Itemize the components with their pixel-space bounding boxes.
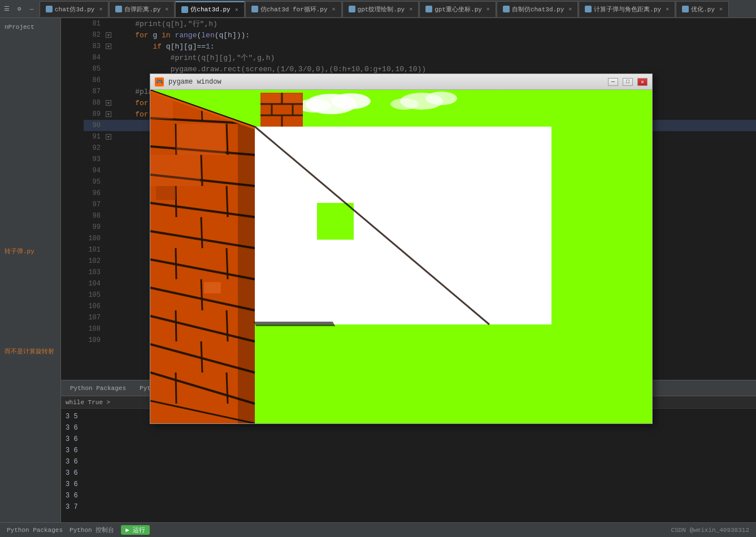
tab-gptzuobiao[interactable]: gpt重心坐标.py ✕ xyxy=(419,1,496,17)
svg-line-35 xyxy=(176,248,176,279)
tab-jisuanjuli[interactable]: 计算子弹与角色距离.py ✕ xyxy=(579,1,675,17)
svg-point-5 xyxy=(390,98,419,110)
tab-zifang[interactable]: 自制仿chat3d.py ✕ xyxy=(497,1,578,17)
svg-rect-48 xyxy=(156,186,176,200)
svg-line-34 xyxy=(201,217,202,248)
svg-rect-46 xyxy=(150,155,200,186)
settings-icon[interactable]: ⚙ xyxy=(15,5,24,14)
svg-line-42 xyxy=(227,373,228,404)
tab-icon xyxy=(503,6,510,12)
tab-close[interactable]: ✕ xyxy=(99,6,102,12)
code-line-84: 84 #print(q[h][g],"个",g,h) xyxy=(84,52,756,63)
menu-icon[interactable]: ☰ xyxy=(2,5,11,14)
pygame-maximize-btn[interactable]: □ xyxy=(623,78,633,86)
sidebar-title: nProject xyxy=(2,23,58,32)
svg-line-33 xyxy=(227,186,228,217)
console-line: 3 6 xyxy=(66,479,751,490)
code-line-85: 85 pygame.draw.rect(screen,(1/0,3/0,0),(… xyxy=(84,63,756,75)
brick-wall-left xyxy=(150,90,255,423)
status-console[interactable]: Python 控制台 xyxy=(69,526,114,534)
tab-python-packages[interactable]: Python Packages xyxy=(66,384,131,393)
green-square xyxy=(317,203,354,240)
sidebar-item-zitangju[interactable]: 转子弹.py xyxy=(2,246,58,256)
svg-line-36 xyxy=(227,248,228,279)
tab-fangfor[interactable]: 仿chat3d for循环.py ✕ xyxy=(245,1,342,17)
svg-rect-13 xyxy=(262,94,280,103)
console-content: 3 5 3 6 3 6 3 6 3 6 3 6 3 6 3 6 3 7 xyxy=(61,409,756,515)
tab-youhua[interactable]: 优化.py ✕ xyxy=(676,1,729,17)
console-line: 3 6 xyxy=(66,434,751,445)
pygame-icon: 🎮 xyxy=(155,77,164,86)
pygame-title: pygame window xyxy=(168,78,603,86)
svg-line-41 xyxy=(176,373,176,404)
svg-rect-44 xyxy=(202,90,253,119)
svg-point-1 xyxy=(331,93,371,109)
tab-close[interactable]: ✕ xyxy=(666,6,669,12)
tab-close[interactable]: ✕ xyxy=(332,6,336,12)
floor-shadow xyxy=(254,322,336,326)
svg-line-39 xyxy=(227,310,228,341)
tab-close[interactable]: ✕ xyxy=(165,6,168,12)
code-line-83: 83 ▼ if q[h][g]==1: xyxy=(84,41,756,52)
svg-line-40 xyxy=(201,341,202,373)
tab-close[interactable]: ✕ xyxy=(568,6,572,12)
tab-chat3d[interactable]: chat仿3d.py ✕ xyxy=(40,1,108,17)
console-line: 3 6 xyxy=(66,445,751,456)
console-line: 3 6 xyxy=(66,467,751,479)
console-line: 3 6 xyxy=(66,456,751,467)
svg-line-38 xyxy=(176,310,176,341)
svg-rect-45 xyxy=(176,124,225,155)
pygame-titlebar: 🎮 pygame window — □ ✕ xyxy=(150,74,652,90)
tab-close[interactable]: ✕ xyxy=(486,6,490,12)
tab-close[interactable]: ✕ xyxy=(235,6,238,13)
sidebar-item-xuanzhuan[interactable]: 而不是计算旋转射 xyxy=(2,347,58,356)
tab-icon xyxy=(682,6,689,12)
sidebar: nProject 转子弹.py 而不是计算旋转射 xyxy=(0,18,61,537)
pygame-canvas xyxy=(150,90,652,423)
tab-zitangju[interactable]: 自弹距离.py ✕ xyxy=(109,1,175,17)
brick-wall-svg xyxy=(150,90,255,423)
pygame-window[interactable]: 🎮 pygame window — □ ✕ xyxy=(150,73,653,424)
top-brick xyxy=(260,93,303,127)
tab-fang3d[interactable]: 仿chat3d.py ✕ xyxy=(175,1,244,17)
console-line: 3 6 xyxy=(66,422,751,434)
svg-line-29 xyxy=(176,124,176,155)
tab-icon xyxy=(46,6,53,12)
minimize-icon[interactable]: — xyxy=(27,5,36,14)
ide-controls: ☰ ⚙ — xyxy=(2,5,36,14)
svg-line-32 xyxy=(176,186,176,217)
status-csdn: CSDN @weixin_40938312 xyxy=(671,527,749,534)
svg-rect-49 xyxy=(204,282,221,293)
console-line: 3 7 xyxy=(66,501,751,513)
svg-rect-14 xyxy=(283,94,301,103)
status-bar: Python Packages Python 控制台 ▶ 运行 CSDN @we… xyxy=(0,522,756,537)
svg-line-30 xyxy=(227,124,228,155)
pygame-close-btn[interactable]: ✕ xyxy=(637,78,648,86)
svg-line-31 xyxy=(201,155,202,186)
tab-close[interactable]: ✕ xyxy=(719,6,723,12)
svg-line-37 xyxy=(201,279,202,310)
console-line: 3 6 xyxy=(66,490,751,501)
tab-icon xyxy=(181,6,188,13)
svg-point-4 xyxy=(425,92,457,105)
pygame-minimize-btn[interactable]: — xyxy=(608,78,618,86)
tab-close[interactable]: ✕ xyxy=(409,6,412,12)
svg-line-28 xyxy=(201,90,202,121)
status-left: Python Packages Python 控制台 ▶ 运行 xyxy=(7,525,150,535)
tab-gptwen[interactable]: gpt纹理绘制.py ✕ xyxy=(342,1,419,17)
code-line-82: 82 ▼ for g in range(len(q[h])): xyxy=(84,29,756,41)
code-line-81: 81 #print(q[h],"行",h) xyxy=(84,18,756,29)
tab-icon xyxy=(349,6,355,12)
tab-icon xyxy=(425,6,432,12)
status-run[interactable]: ▶ 运行 xyxy=(121,525,150,535)
svg-rect-47 xyxy=(238,90,255,423)
tab-bar: ☰ ⚙ — chat仿3d.py ✕ 自弹距离.py ✕ 仿chat3d.py … xyxy=(0,0,756,18)
tab-icon xyxy=(251,6,258,12)
tab-icon xyxy=(585,6,592,12)
status-packages[interactable]: Python Packages xyxy=(7,527,63,534)
top-brick-svg xyxy=(260,93,303,127)
tab-icon xyxy=(115,6,122,12)
